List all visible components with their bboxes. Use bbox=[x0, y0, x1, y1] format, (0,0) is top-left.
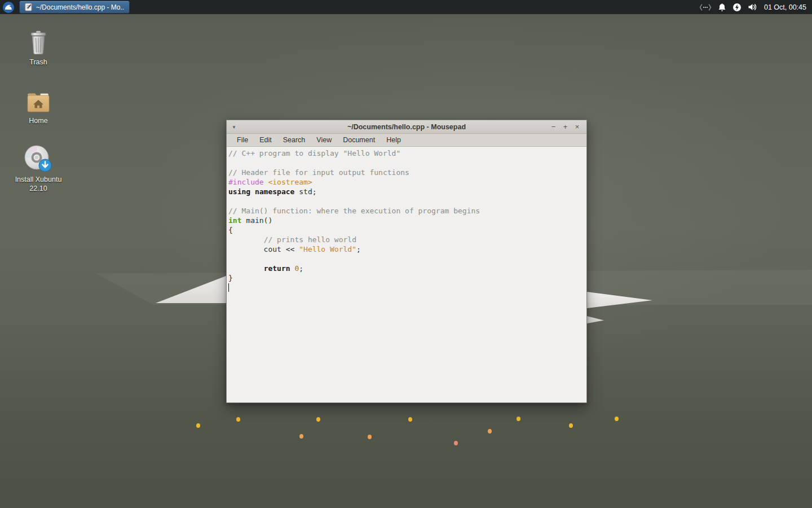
code-line: // C++ program to display "Hello World" bbox=[228, 148, 586, 158]
home-folder-icon bbox=[9, 90, 68, 114]
confetti-dot bbox=[454, 441, 458, 445]
code-token-str: <iostream> bbox=[268, 178, 312, 186]
volume-icon[interactable] bbox=[748, 3, 758, 11]
code-line bbox=[228, 254, 586, 264]
code-line: // prints hello world bbox=[228, 235, 586, 244]
network-icon[interactable] bbox=[699, 3, 712, 11]
confetti-dot bbox=[299, 434, 303, 439]
menu-item-search[interactable]: Search bbox=[277, 134, 311, 146]
confetti-dot bbox=[569, 423, 573, 428]
code-line: #include <iostream> bbox=[228, 177, 586, 187]
code-token-com: // prints hello world bbox=[264, 235, 356, 244]
text-editor-area[interactable]: // C++ program to display "Hello World"/… bbox=[227, 147, 586, 402]
trash-icon bbox=[9, 29, 68, 55]
code-token-pln: ; bbox=[299, 264, 303, 273]
system-tray: 01 Oct, 00:45 bbox=[699, 3, 812, 12]
code-token-typ: int bbox=[228, 216, 241, 225]
code-line bbox=[228, 196, 586, 206]
code-line: int main() bbox=[228, 216, 586, 225]
code-token-pln: std; bbox=[294, 187, 316, 196]
desktop-icon-home[interactable]: Home bbox=[9, 90, 68, 126]
code-token-kw: using namespace bbox=[228, 187, 294, 196]
top-panel: ~/Documents/hello.cpp - Mo... 01 Oct, 00… bbox=[0, 0, 812, 14]
mousepad-window: ▾ ~/Documents/hello.cpp - Mousepad − + ×… bbox=[226, 120, 587, 403]
confetti-dot bbox=[368, 435, 372, 439]
maximize-button[interactable]: + bbox=[559, 120, 571, 134]
desktop-icon-label-line2: 22.10 bbox=[9, 185, 68, 194]
applications-menu-button[interactable] bbox=[0, 0, 17, 14]
menu-item-edit[interactable]: Edit bbox=[254, 134, 277, 146]
notifications-bell-icon[interactable] bbox=[718, 3, 726, 12]
wallpaper-paper-plane-right-small bbox=[587, 316, 604, 323]
mousepad-icon bbox=[24, 3, 33, 11]
code-token-com: // Header file for input output function… bbox=[228, 168, 409, 177]
code-token-com: // Main() function: where the execution … bbox=[228, 207, 480, 215]
desktop-icon-install-xubuntu[interactable]: Install Xubuntu 22.10 bbox=[9, 144, 68, 193]
confetti-dot bbox=[517, 417, 520, 421]
menu-item-view[interactable]: View bbox=[311, 134, 337, 146]
confetti-dot bbox=[236, 417, 240, 422]
close-button[interactable]: × bbox=[571, 120, 583, 134]
desktop-icon-label: Install Xubuntu bbox=[9, 176, 68, 185]
code-token-com: // C++ program to display "Hello World" bbox=[228, 149, 400, 157]
minimize-button[interactable]: − bbox=[548, 120, 559, 134]
desktop-icon-trash[interactable]: Trash bbox=[9, 29, 68, 67]
code-line: using namespace std; bbox=[228, 187, 586, 196]
code-token-pln: { bbox=[228, 226, 233, 234]
code-line bbox=[228, 158, 586, 168]
desktop-icon-label: Home bbox=[9, 117, 68, 126]
code-token-pln: cout << bbox=[228, 245, 299, 253]
confetti-dot bbox=[316, 417, 320, 422]
code-line: // Main() function: where the execution … bbox=[228, 206, 586, 216]
menu-item-file[interactable]: File bbox=[231, 134, 254, 146]
desktop-icon-label: Trash bbox=[9, 58, 68, 67]
code-token-pln: main() bbox=[241, 216, 272, 225]
code-line: return 0; bbox=[228, 264, 586, 273]
window-menu-arrow-icon[interactable]: ▾ bbox=[227, 124, 241, 130]
menu-item-document[interactable]: Document bbox=[337, 134, 381, 146]
code-token-pln: ; bbox=[356, 245, 361, 253]
code-token-kw: return bbox=[264, 264, 290, 273]
confetti-dot bbox=[615, 417, 619, 421]
code-line: } bbox=[228, 273, 586, 283]
text-cursor bbox=[228, 283, 229, 292]
power-manager-icon[interactable] bbox=[732, 3, 742, 12]
code-line: cout << "Hello World"; bbox=[228, 244, 586, 254]
menu-bar: FileEditSearchViewDocumentHelp bbox=[227, 134, 586, 147]
install-cd-icon bbox=[9, 144, 68, 173]
taskbar-window-button[interactable]: ~/Documents/hello.cpp - Mo... bbox=[19, 1, 130, 14]
taskbar-window-title: ~/Documents/hello.cpp - Mo... bbox=[36, 3, 125, 11]
menu-item-help[interactable]: Help bbox=[381, 134, 407, 146]
code-token-pre: #include bbox=[228, 178, 264, 186]
window-titlebar[interactable]: ▾ ~/Documents/hello.cpp - Mousepad − + × bbox=[227, 120, 586, 134]
code-line: { bbox=[228, 225, 586, 235]
xubuntu-logo-icon bbox=[2, 1, 15, 14]
confetti-dot bbox=[488, 429, 492, 433]
code-token-pln: } bbox=[228, 274, 233, 282]
confetti-dot bbox=[408, 417, 412, 422]
code-token-pln bbox=[228, 235, 264, 244]
code-token-str: "Hello World" bbox=[299, 245, 356, 253]
code-line bbox=[228, 283, 586, 292]
clock[interactable]: 01 Oct, 00:45 bbox=[764, 3, 806, 11]
confetti-dot bbox=[196, 423, 200, 428]
code-token-pln bbox=[228, 264, 264, 273]
window-title: ~/Documents/hello.cpp - Mousepad bbox=[227, 123, 586, 131]
code-line: // Header file for input output function… bbox=[228, 168, 586, 177]
